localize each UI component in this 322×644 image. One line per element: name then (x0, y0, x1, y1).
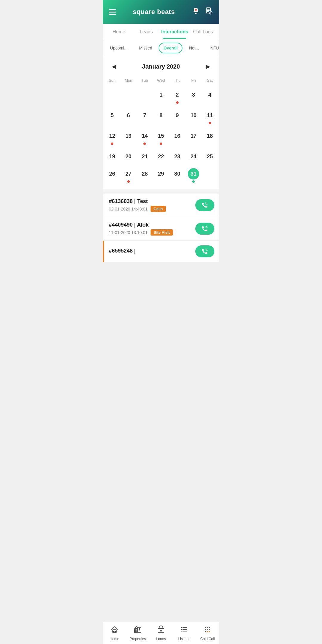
lead-name-2: Alok (137, 222, 148, 228)
cal-date-28[interactable]: 28 (137, 165, 153, 186)
svg-rect-4 (207, 11, 209, 12)
cal-dot-27 (127, 180, 130, 183)
cal-date-14[interactable]: 14 (137, 127, 153, 148)
calendar-header: ◀ January 2020 ▶ (103, 57, 219, 74)
interaction-meta-2: 11-01-2020 13:10:01 Site Visit (109, 229, 195, 236)
filter-missed[interactable]: Missed (134, 43, 157, 53)
cal-date-11[interactable]: 11 (202, 107, 218, 127)
interaction-datetime-1: 02-01-2020 14:43:01 (109, 207, 148, 211)
cal-date-13[interactable]: 13 (120, 127, 137, 148)
separator-1: | (134, 198, 137, 204)
day-mon: Mon (120, 76, 137, 84)
cal-date-25[interactable]: 25 (202, 148, 218, 165)
cal-date-18[interactable]: 18 (202, 127, 218, 148)
interaction-info-3: #6595248 | (109, 248, 195, 255)
cal-date-22[interactable]: 22 (153, 148, 169, 165)
interaction-tag-1: Calls (151, 206, 166, 212)
cal-date-1[interactable]: 1 (153, 86, 169, 107)
cal-date-21[interactable]: 21 (137, 148, 153, 165)
cal-date-29[interactable]: 29 (153, 165, 169, 186)
interaction-item-3: #6595248 | (103, 241, 219, 262)
cal-dot-14 (143, 143, 146, 145)
interaction-meta-1: 02-01-2020 14:43:01 Calls (109, 206, 195, 212)
tab-interactions[interactable]: Interactions (160, 24, 190, 39)
svg-rect-7 (210, 13, 211, 14)
notification-button[interactable] (192, 7, 200, 17)
cal-date-16[interactable]: 16 (169, 127, 185, 148)
filter-overall[interactable]: Overall (159, 43, 182, 53)
cal-date-19[interactable]: 19 (104, 148, 120, 165)
separator-3: | (134, 248, 136, 254)
tab-home[interactable]: Home (105, 24, 133, 39)
filter-not[interactable]: Not... (184, 43, 204, 53)
cal-date-26[interactable]: 26 (104, 165, 120, 186)
day-thu: Thu (169, 76, 185, 84)
cal-date-9[interactable]: 9 (169, 107, 185, 127)
menu-button[interactable] (109, 9, 116, 15)
cal-date-empty-0[interactable] (104, 86, 120, 107)
tab-call-logs[interactable]: Call Logs (189, 24, 217, 39)
interaction-list: #6136038 | Test 02-01-2020 14:43:01 Call… (103, 193, 219, 262)
header-icons (192, 7, 213, 17)
cal-date-30[interactable]: 30 (169, 165, 185, 186)
interaction-tag-2: Site Visit (151, 229, 173, 236)
cal-date-2[interactable]: 2 (169, 86, 185, 107)
cal-date-empty-1[interactable] (120, 86, 137, 107)
prev-month-button[interactable]: ◀ (109, 62, 119, 71)
cal-date-5[interactable]: 5 (104, 107, 120, 127)
lead-id-3: #6595248 (109, 248, 133, 254)
cal-date-8[interactable]: 8 (153, 107, 169, 127)
svg-rect-3 (207, 10, 210, 11)
app-header: square beats (103, 0, 219, 24)
cal-dot-12 (111, 143, 113, 145)
svg-rect-2 (207, 9, 210, 10)
svg-point-0 (195, 9, 197, 11)
lead-id-2: #4409490 (109, 222, 133, 228)
cal-date-12[interactable]: 12 (104, 127, 120, 148)
cal-date-23[interactable]: 23 (169, 148, 185, 165)
cal-dot-15 (160, 143, 162, 145)
next-month-button[interactable]: ▶ (203, 62, 213, 71)
cal-dot-31 (192, 180, 195, 183)
call-button-3[interactable] (195, 245, 214, 257)
cal-date-20[interactable]: 20 (120, 148, 137, 165)
cal-date-6[interactable]: 6 (120, 107, 137, 127)
svg-rect-6 (210, 12, 211, 13)
report-button[interactable] (205, 7, 213, 17)
cal-date-15[interactable]: 15 (153, 127, 169, 148)
day-sat: Sat (202, 76, 218, 84)
cal-date-4[interactable]: 4 (202, 86, 218, 107)
lead-id-1: #6136038 (109, 198, 133, 204)
call-button-1[interactable] (195, 199, 214, 211)
day-wed: Wed (153, 76, 169, 84)
logo-text: square beats (133, 8, 175, 16)
interaction-info-2: #4409490 | Alok 11-01-2020 13:10:01 Site… (109, 222, 195, 236)
cal-date-empty-34[interactable] (202, 165, 218, 186)
interaction-datetime-2: 11-01-2020 13:10:01 (109, 230, 148, 235)
cal-date-3[interactable]: 3 (185, 86, 202, 107)
app-logo: square beats (133, 8, 175, 16)
interaction-title-2: #4409490 | Alok (109, 222, 195, 228)
calendar-grid: Sun Mon Tue Wed Thu Fri Sat 123456789101… (103, 74, 219, 189)
cal-date-24[interactable]: 24 (185, 148, 202, 165)
call-button-2[interactable] (195, 223, 214, 235)
tab-leads[interactable]: Leads (133, 24, 160, 39)
calendar-days-header: Sun Mon Tue Wed Thu Fri Sat (104, 74, 218, 86)
cal-date-27[interactable]: 27 (120, 165, 137, 186)
lead-name-1: Test (137, 198, 148, 204)
cal-dot-2 (176, 101, 179, 104)
calendar-dates: 1234567891011121314151617181920212223242… (104, 86, 218, 186)
filter-nfu[interactable]: NFU (205, 43, 219, 53)
cal-date-empty-2[interactable] (137, 86, 153, 107)
cal-date-17[interactable]: 17 (185, 127, 202, 148)
cal-date-7[interactable]: 7 (137, 107, 153, 127)
calendar-section: ◀ January 2020 ▶ Sun Mon Tue Wed Thu Fri… (103, 57, 219, 192)
day-fri: Fri (185, 76, 202, 84)
interaction-title-1: #6136038 | Test (109, 198, 195, 205)
cal-date-31[interactable]: 31 (185, 165, 202, 186)
main-nav: Home Leads Interactions Call Logs (103, 24, 219, 39)
cal-date-10[interactable]: 10 (185, 107, 202, 127)
cal-dot-11 (209, 122, 211, 124)
filter-upcoming[interactable]: Upcomi... (105, 43, 132, 53)
filter-tabs: Upcomi... Missed Overall Not... NFU WFU (103, 39, 219, 57)
